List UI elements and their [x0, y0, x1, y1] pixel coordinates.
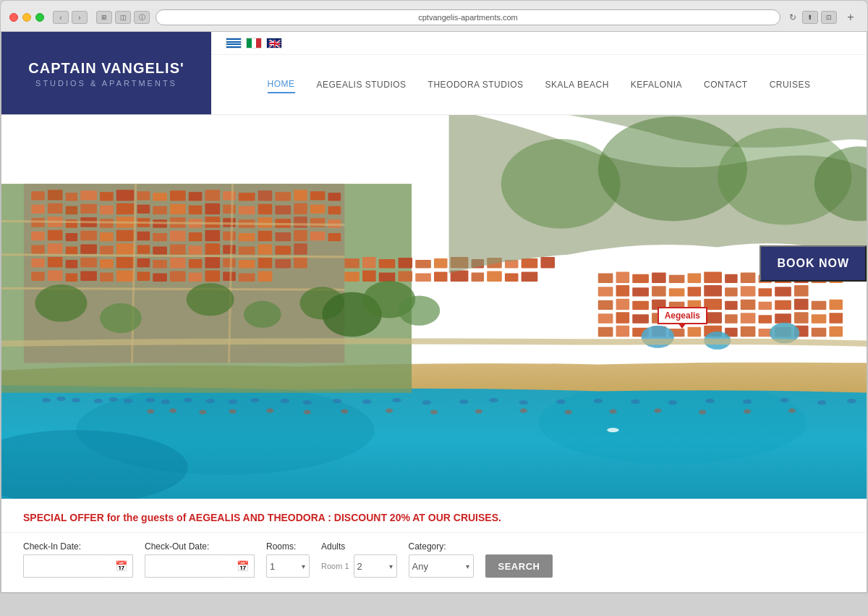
svg-rect-168 [725, 287, 738, 296]
minimize-button[interactable] [22, 13, 31, 22]
svg-rect-125 [362, 257, 376, 268]
svg-point-253 [459, 400, 468, 404]
nav-kefalonia[interactable]: KEFALONIA [631, 77, 682, 93]
svg-rect-112 [66, 274, 77, 282]
svg-point-269 [266, 408, 273, 413]
svg-rect-15 [189, 192, 203, 201]
svg-rect-144 [487, 271, 502, 282]
svg-point-261 [743, 400, 752, 404]
svg-rect-147 [598, 274, 613, 283]
svg-rect-79 [48, 243, 63, 253]
logo-subtitle: STUDIOS & APARTMENTS [35, 79, 177, 88]
back-button[interactable]: ‹ [53, 11, 69, 24]
svg-rect-11 [116, 190, 135, 201]
adults-select-wrap: 1 2 3 4 5 [354, 554, 397, 578]
bookmark-button[interactable]: ⊡ [821, 11, 837, 24]
svg-rect-75 [294, 230, 307, 241]
svg-rect-64 [100, 232, 114, 241]
svg-point-273 [430, 410, 438, 414]
adults-select[interactable]: 1 2 3 4 5 [354, 554, 397, 578]
svg-rect-55 [258, 217, 273, 227]
svg-rect-58 [310, 218, 326, 227]
svg-rect-20 [275, 192, 291, 201]
rooms-label: Rooms: [266, 541, 310, 552]
svg-point-255 [519, 400, 528, 405]
nav-cruises[interactable]: CRUISES [770, 77, 811, 93]
rooms-select-wrap: 1 2 3 4 [266, 554, 310, 578]
search-button[interactable]: SEARCH [485, 554, 553, 578]
hero-image [1, 115, 867, 499]
info-icon[interactable]: ⓘ [134, 11, 150, 24]
svg-rect-33 [189, 206, 203, 214]
grid-icon[interactable]: ⊞ [96, 11, 112, 24]
forward-button[interactable]: › [72, 11, 88, 24]
svg-rect-114 [100, 273, 114, 282]
svg-point-223 [244, 301, 281, 328]
svg-point-272 [386, 408, 393, 413]
svg-rect-100 [137, 258, 150, 267]
book-now-button[interactable]: BOOK NOW [760, 245, 867, 282]
svg-rect-22 [310, 191, 326, 200]
svg-rect-173 [598, 300, 613, 310]
svg-point-254 [489, 398, 498, 402]
svg-rect-99 [116, 257, 135, 268]
checkin-group: Check-In Date: 📅 [23, 541, 133, 578]
svg-point-281 [788, 408, 796, 413]
svg-rect-24 [31, 205, 45, 214]
nav-aegealis-studios[interactable]: AEGEALIS STUDIOS [317, 77, 407, 93]
reload-button[interactable]: ↻ [789, 12, 796, 22]
category-select[interactable]: Any Studio Apartment [409, 554, 474, 578]
share-button[interactable]: ⬆ [802, 11, 818, 24]
svg-rect-146 [522, 272, 538, 282]
nav-area: HOME AEGEALIS STUDIOS THEODORA STUDIOS S… [211, 32, 867, 114]
svg-rect-83 [116, 243, 135, 254]
svg-rect-174 [616, 299, 630, 310]
svg-rect-140 [415, 274, 431, 282]
tab-icon[interactable]: ◫ [115, 11, 131, 24]
rooms-select[interactable]: 1 2 3 4 [266, 554, 310, 578]
uk-flag[interactable] [266, 38, 282, 48]
checkout-input[interactable] [145, 554, 231, 578]
svg-rect-200 [829, 313, 843, 323]
checkout-calendar-icon[interactable]: 📅 [231, 554, 255, 578]
nav-buttons: ‹ › [53, 11, 88, 24]
nav-theodora-studios[interactable]: THEODORA STUDIOS [428, 77, 524, 93]
svg-rect-194 [725, 314, 738, 323]
svg-rect-95 [48, 257, 63, 267]
svg-rect-162 [616, 285, 630, 296]
svg-rect-120 [205, 270, 220, 281]
svg-rect-34 [205, 203, 220, 214]
new-tab-button[interactable]: + [843, 11, 859, 24]
greek-flag[interactable] [226, 38, 242, 48]
svg-point-251 [392, 398, 401, 402]
svg-point-227 [399, 296, 441, 326]
checkin-input[interactable] [23, 554, 110, 578]
svg-point-266 [169, 408, 176, 413]
svg-rect-97 [80, 258, 97, 267]
svg-rect-137 [362, 270, 376, 281]
svg-rect-87 [189, 245, 203, 254]
nav-contact[interactable]: CONTACT [704, 77, 748, 93]
svg-rect-126 [379, 259, 396, 268]
checkin-calendar-icon[interactable]: 📅 [110, 554, 133, 578]
svg-rect-60 [31, 232, 45, 240]
svg-rect-81 [80, 244, 97, 253]
nav-skala-beach[interactable]: SKALA BEACH [545, 77, 609, 93]
svg-rect-38 [275, 206, 291, 214]
svg-point-260 [705, 399, 714, 403]
nav-home[interactable]: HOME [268, 76, 295, 93]
svg-rect-196 [759, 315, 773, 323]
toolbar-icons: ⊞ ◫ ⓘ [96, 11, 150, 24]
svg-point-271 [341, 409, 348, 413]
svg-rect-152 [688, 274, 702, 283]
svg-rect-93 [294, 243, 307, 254]
svg-rect-78 [31, 245, 45, 253]
svg-rect-85 [153, 246, 167, 254]
svg-rect-73 [258, 231, 273, 241]
maximize-button[interactable] [35, 13, 44, 22]
svg-rect-201 [598, 327, 613, 337]
italian-flag[interactable] [246, 38, 262, 48]
close-button[interactable] [9, 13, 18, 22]
address-bar[interactable]: cptvangelis-apartments.com [156, 9, 780, 25]
svg-rect-105 [223, 258, 236, 267]
